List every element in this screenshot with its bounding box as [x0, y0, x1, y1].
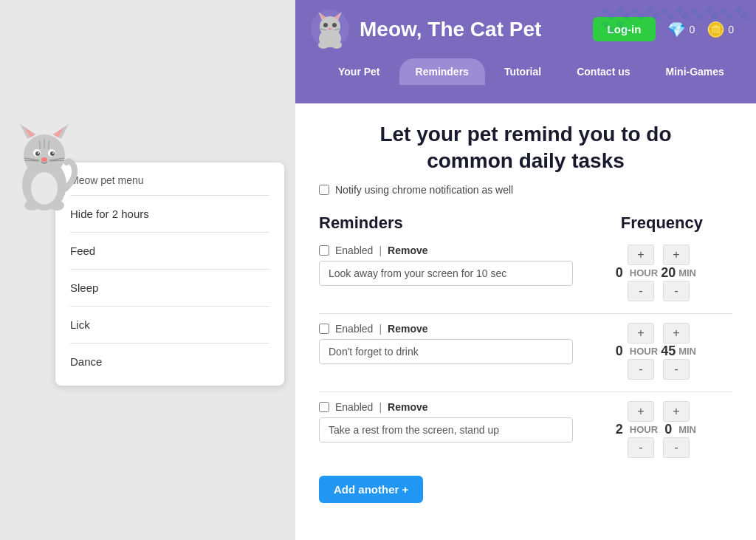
reminders-header: Reminders Frequency	[319, 213, 732, 233]
svg-point-32	[318, 41, 329, 49]
min-value-3: 0	[661, 422, 676, 437]
hour-unit-2: HOUR	[630, 346, 658, 357]
svg-point-12	[41, 157, 47, 162]
cat-menu-container: Meow pet menu Hide for 2 hours Feed Slee…	[11, 163, 284, 386]
min-unit-1: MIN	[678, 267, 705, 278]
min-value-1: 20	[661, 265, 676, 281]
min-plus-3[interactable]: +	[663, 401, 690, 422]
freq-value-group-3: 2 HOUR 0 MIN	[612, 422, 705, 437]
min-unit-2: MIN	[678, 346, 705, 357]
svg-point-33	[331, 41, 342, 49]
tab-reminders[interactable]: Reminders	[399, 58, 485, 85]
reminder-row-1: Enabled | Remove + + 0 HO	[319, 245, 732, 301]
freq-value-row-3: 2 HOUR 0 MIN	[612, 422, 705, 437]
pet-menu-title: Meow pet menu	[70, 174, 269, 186]
chrome-notify-checkbox[interactable]	[319, 185, 329, 195]
hour-plus-1[interactable]: +	[628, 245, 654, 265]
min-plus-1[interactable]: +	[663, 245, 690, 265]
enabled-row-2: Enabled | Remove	[319, 323, 573, 335]
svg-point-11	[52, 152, 54, 154]
freq-plus-row-1: + +	[628, 245, 690, 265]
main-content: Let your pet remind you to do common dai…	[295, 103, 756, 521]
paw-decoration: 🐾🐾🐾🐾🐾🐾🐾🐾🐾🐾🐾🐾	[601, 6, 749, 34]
hour-value-2: 0	[612, 344, 627, 359]
reminder-3-checkbox[interactable]	[319, 402, 329, 412]
svg-point-17	[31, 172, 58, 205]
reminder-2-remove[interactable]: Remove	[388, 323, 427, 335]
hour-plus-2[interactable]: +	[628, 323, 654, 344]
reminder-1-checkbox[interactable]	[319, 245, 329, 256]
chrome-notify-label: Notify using chrome notification as well	[335, 184, 513, 196]
freq-minus-row-3: - -	[628, 437, 690, 458]
freq-minus-row-2: - -	[628, 359, 690, 380]
freq-plus-row-3: + +	[628, 401, 690, 422]
reminder-row-2: Enabled | Remove + + 0 HO	[319, 323, 732, 380]
hour-minus-1[interactable]: -	[628, 281, 654, 301]
min-unit-3: MIN	[678, 424, 705, 435]
hour-plus-3[interactable]: +	[628, 401, 654, 422]
freq-plus-row-2: + +	[628, 323, 690, 344]
svg-point-9	[50, 151, 55, 156]
tab-mini-games[interactable]: Mini-Games	[650, 58, 740, 85]
hour-minus-2[interactable]: -	[628, 359, 654, 380]
reminder-left-2: Enabled | Remove	[319, 323, 573, 364]
freq-value-row-2: 0 HOUR 45 MIN	[612, 344, 705, 359]
min-minus-2[interactable]: -	[663, 359, 690, 380]
reminder-controls-1: Enabled | Remove + + 0 HO	[319, 245, 732, 301]
left-panel: Meow pet menu Hide for 2 hours Feed Slee…	[0, 0, 295, 540]
tab-your-pet[interactable]: Your Pet	[322, 58, 396, 85]
hour-unit-1: HOUR	[630, 267, 658, 278]
reminder-3-remove[interactable]: Remove	[388, 401, 427, 413]
enabled-row-3: Enabled | Remove	[319, 401, 573, 413]
menu-item-dance[interactable]: Dance	[70, 349, 269, 374]
reminder-1-input[interactable]	[319, 261, 573, 286]
svg-point-27	[332, 23, 337, 27]
tab-tutorial[interactable]: Tutorial	[488, 58, 557, 85]
min-minus-1[interactable]: -	[663, 281, 690, 301]
svg-point-8	[35, 151, 40, 156]
svg-point-19	[49, 200, 64, 211]
reminder-1-remove[interactable]: Remove	[388, 245, 427, 256]
reminder-left-1: Enabled | Remove	[319, 245, 573, 286]
pet-menu-card: Meow pet menu Hide for 2 hours Feed Slee…	[55, 163, 284, 386]
menu-item-lick[interactable]: Lick	[70, 312, 269, 337]
chrome-notify-row: Notify using chrome notification as well	[319, 184, 732, 196]
nav-bar: Your Pet Reminders Tutorial Contact us M…	[310, 58, 741, 85]
reminder-2-input[interactable]	[319, 339, 573, 364]
enabled-row-1: Enabled | Remove	[319, 245, 573, 256]
min-plus-2[interactable]: +	[663, 323, 690, 344]
reminder-row-3: Enabled | Remove + + 2 HO	[319, 401, 732, 458]
svg-point-10	[38, 152, 39, 154]
app-title: Meow, The Cat Pet	[360, 18, 541, 41]
reminders-label: Reminders	[319, 213, 403, 233]
reminder-2-checkbox[interactable]	[319, 324, 329, 334]
page-headline: Let your pet remind you to do common dai…	[319, 121, 732, 175]
reminder-left-3: Enabled | Remove	[319, 401, 573, 442]
hour-minus-3[interactable]: -	[628, 437, 654, 458]
reminder-controls-3: Enabled | Remove + + 2 HO	[319, 401, 732, 458]
reminder-controls-2: Enabled | Remove + + 0 HO	[319, 323, 732, 380]
app-logo	[310, 9, 351, 49]
svg-point-26	[323, 23, 328, 27]
hour-value-1: 0	[612, 265, 627, 281]
menu-item-sleep[interactable]: Sleep	[70, 276, 269, 300]
header-top: Meow, The Cat Pet	[310, 9, 541, 49]
freq-value-group-1: 0 HOUR 20 MIN	[612, 265, 705, 281]
freq-value-group-2: 0 HOUR 45 MIN	[612, 344, 705, 359]
add-another-button[interactable]: Add another +	[319, 476, 423, 503]
app-header: 🐾🐾🐾🐾🐾🐾🐾🐾🐾🐾🐾🐾	[295, 0, 756, 103]
min-minus-3[interactable]: -	[663, 437, 690, 458]
frequency-controls-3: + + 2 HOUR 0 MIN -	[585, 401, 732, 458]
reminder-3-input[interactable]	[319, 417, 573, 442]
right-panel: 🐾🐾🐾🐾🐾🐾🐾🐾🐾🐾🐾🐾	[295, 0, 756, 540]
menu-item-feed[interactable]: Feed	[70, 239, 269, 263]
reminder-3-enabled-text: Enabled	[335, 401, 373, 413]
freq-value-row-1: 0 HOUR 20 MIN	[612, 265, 705, 281]
menu-item-hide[interactable]: Hide for 2 hours	[70, 202, 269, 226]
hour-value-3: 2	[612, 422, 627, 437]
reminder-1-enabled-text: Enabled	[335, 245, 373, 256]
tab-contact-us[interactable]: Contact us	[560, 58, 646, 85]
frequency-controls-1: + + 0 HOUR 20 MIN -	[585, 245, 732, 301]
svg-point-18	[24, 200, 39, 211]
reminder-2-enabled-text: Enabled	[335, 323, 373, 335]
